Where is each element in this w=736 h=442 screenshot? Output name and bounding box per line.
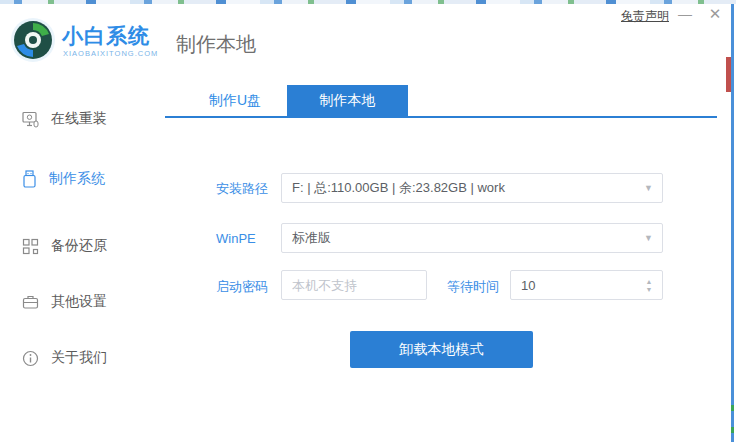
wait-time-field: ▲ ▼	[510, 270, 663, 300]
uninstall-local-mode-button[interactable]: 卸载本地模式	[350, 331, 533, 368]
winpe-label: WinPE	[216, 231, 256, 246]
sidebar-item-about-us[interactable]: 关于我们	[22, 347, 107, 369]
wait-time-spinner[interactable]: ▲ ▼	[643, 273, 655, 297]
sidebar-item-label: 其他设置	[51, 293, 107, 311]
brand-logo-icon	[10, 17, 56, 63]
disclaimer-link[interactable]: 免责声明	[621, 8, 669, 25]
winpe-value: 标准版	[292, 229, 331, 247]
brand-name: 小白系统	[62, 22, 150, 50]
sidebar-item-label: 制作系统	[49, 170, 105, 188]
wait-time-label: 等待时间	[447, 278, 499, 296]
tab-make-usb[interactable]: 制作U盘	[185, 85, 285, 116]
background-window-tick	[731, 405, 734, 411]
install-path-select[interactable]: F: | 总:110.00GB | 余:23.82GB | work ▼	[281, 173, 663, 203]
sidebar-item-online-reinstall[interactable]: 在线重装	[22, 108, 107, 130]
sidebar-item-label: 在线重装	[51, 110, 107, 128]
backup-restore-icon	[22, 238, 39, 255]
chevron-down-icon: ▼	[644, 183, 653, 193]
chevron-down-icon: ▼	[644, 233, 653, 243]
background-window-sliver	[0, 0, 736, 4]
settings-case-icon	[22, 294, 39, 310]
tab-bar: 制作U盘 制作本地	[165, 85, 717, 118]
winpe-select[interactable]: 标准版 ▼	[281, 223, 663, 253]
brand-domain: XIAOBAIXITONG.COM	[63, 49, 158, 58]
minimize-button[interactable]: —	[676, 6, 694, 22]
page-title: 制作本地	[176, 31, 256, 58]
boot-password-input[interactable]	[281, 270, 427, 300]
install-path-value: F: | 总:110.00GB | 余:23.82GB | work	[292, 179, 505, 197]
monitor-reinstall-icon	[22, 111, 39, 128]
spinner-up-icon[interactable]: ▲	[646, 278, 653, 285]
info-icon	[22, 350, 39, 367]
close-button[interactable]: ✕	[706, 5, 724, 23]
background-window-tick	[731, 427, 734, 433]
usb-drive-icon	[22, 170, 37, 188]
app-window: 小白系统 XIAOBAIXITONG.COM 制作本地 免责声明 — ✕ 在线重…	[0, 0, 736, 442]
tab-make-local[interactable]: 制作本地	[287, 85, 408, 116]
install-path-label: 安装路径	[216, 180, 268, 198]
spinner-down-icon[interactable]: ▼	[646, 286, 653, 293]
sidebar-item-make-system[interactable]: 制作系统	[22, 168, 105, 190]
sidebar-item-label: 备份还原	[51, 237, 107, 255]
background-window-border	[731, 4, 734, 442]
sidebar-item-other-settings[interactable]: 其他设置	[22, 291, 107, 313]
sidebar-item-backup-restore[interactable]: 备份还原	[22, 235, 107, 257]
wait-time-input[interactable]	[510, 270, 663, 300]
sidebar-item-label: 关于我们	[51, 349, 107, 367]
boot-password-label: 启动密码	[216, 278, 268, 296]
